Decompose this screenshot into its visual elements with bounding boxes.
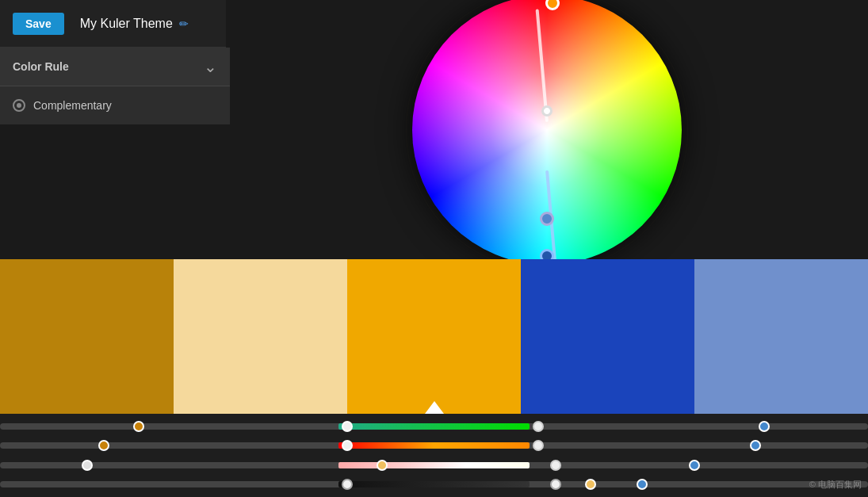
color-rule-label: Color Rule	[13, 60, 69, 73]
opa-thumb-2[interactable]	[585, 479, 596, 490]
hue-thumb-2[interactable]	[533, 421, 544, 432]
sat-thumb-3[interactable]	[750, 440, 761, 451]
opacity-slider-track	[0, 481, 868, 487]
hue-thumb-1[interactable]	[342, 421, 353, 432]
hue-slider-track	[0, 423, 868, 430]
bri-thumb-1[interactable]	[377, 460, 388, 471]
saturation-slider-row	[0, 438, 868, 453]
saturation-slider-track	[0, 442, 868, 449]
handle-bottom[interactable]	[540, 249, 554, 259]
save-button[interactable]: Save	[13, 13, 64, 35]
complementary-option-label: Complementary	[33, 99, 112, 112]
hue-slider-row	[0, 419, 868, 434]
sat-thumb-1[interactable]	[342, 440, 353, 451]
brightness-slider-track	[0, 462, 868, 468]
opacity-slider-row	[0, 476, 868, 492]
sliders-area	[0, 414, 868, 497]
bri-thumb-3[interactable]	[689, 460, 700, 471]
watermark: © 电脑百集网	[809, 479, 862, 491]
theme-title-text: My Kuler Theme	[80, 17, 173, 31]
handle-center-upper[interactable]	[541, 105, 553, 117]
swatch-0[interactable]	[0, 259, 174, 414]
left-panel: Color Rule ⌄ Complementary	[0, 48, 230, 124]
brightness-slider-row	[0, 457, 868, 473]
opacity-gradient-segment	[338, 481, 530, 487]
edit-icon[interactable]: ✏	[179, 17, 189, 30]
brightness-gradient-segment	[338, 462, 530, 468]
swatch-1[interactable]	[174, 259, 347, 414]
handle-center-lower[interactable]	[540, 212, 554, 226]
swatch-2[interactable]	[347, 259, 521, 414]
sat-thumb-0[interactable]	[98, 440, 109, 451]
hue-gradient-segment	[338, 423, 530, 430]
color-rule-header[interactable]: Color Rule ⌄	[0, 48, 230, 86]
hue-thumb-0[interactable]	[133, 421, 144, 432]
theme-title-container: My Kuler Theme ✏	[80, 17, 189, 31]
radio-inner	[17, 103, 21, 108]
bri-thumb-0[interactable]	[82, 460, 93, 471]
opa-thumb-1[interactable]	[550, 479, 561, 490]
radio-button[interactable]	[13, 99, 25, 112]
color-rule-option[interactable]: Complementary	[0, 86, 230, 124]
swatches-container	[0, 259, 868, 414]
color-wheel-container[interactable]	[226, 0, 868, 259]
swatch-4[interactable]	[694, 259, 868, 414]
sat-thumb-2[interactable]	[533, 440, 544, 451]
swatch-selected-indicator	[425, 401, 444, 414]
chevron-down-icon: ⌄	[204, 57, 217, 76]
opa-thumb-0[interactable]	[342, 479, 353, 490]
saturation-gradient-segment	[338, 442, 530, 449]
opa-thumb-3[interactable]	[637, 479, 648, 490]
bri-thumb-2[interactable]	[550, 460, 561, 471]
hue-thumb-3[interactable]	[759, 421, 770, 432]
swatch-3[interactable]	[521, 259, 694, 414]
